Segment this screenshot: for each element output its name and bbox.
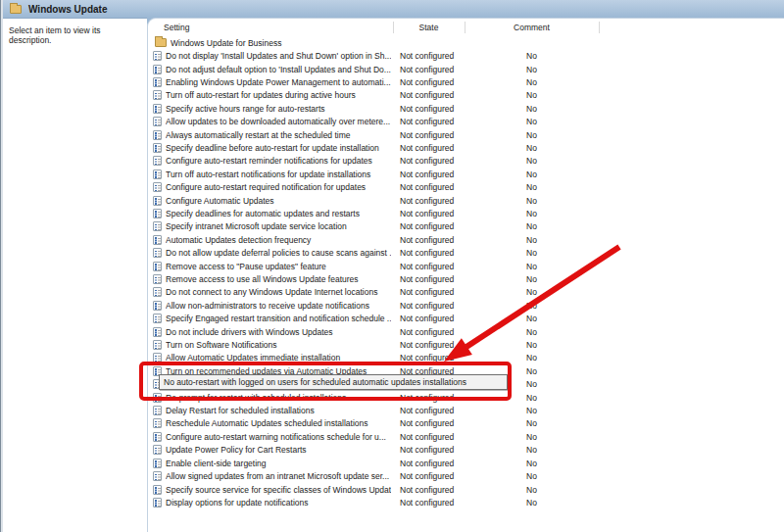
table-row[interactable]: Automatic Updates detection frequency No… xyxy=(148,233,784,246)
policy-icon xyxy=(153,90,162,100)
setting-name: Allow signed updates from an intranet Mi… xyxy=(166,471,391,481)
policy-icon xyxy=(153,262,162,271)
state-value: Not configured xyxy=(400,235,454,245)
policy-icon xyxy=(153,209,162,218)
state-value: Not configured xyxy=(400,196,454,206)
state-value: Not configured xyxy=(400,65,454,74)
setting-name: Do not include drivers with Windows Upda… xyxy=(166,327,391,337)
table-row[interactable]: Allow updates to be downloaded automatic… xyxy=(148,115,784,127)
column-header-state[interactable]: State xyxy=(393,19,465,36)
comment-value: No xyxy=(465,340,599,350)
table-row[interactable]: Configure auto-restart reminder notifica… xyxy=(148,155,784,168)
table-row[interactable]: Allow non-administrators to receive upda… xyxy=(148,299,784,312)
table-row[interactable]: Do not adjust default option to 'Install… xyxy=(148,63,784,75)
setting-name: Remove access to "Pause updates" feature xyxy=(166,262,391,271)
table-row[interactable]: Configure auto-restart warning notificat… xyxy=(148,430,784,443)
comment-value: No xyxy=(465,235,599,245)
setting-name: Do not adjust default option to 'Install… xyxy=(166,65,391,74)
comment-value: No xyxy=(465,274,599,284)
policy-icon xyxy=(153,156,162,166)
comment-value: No xyxy=(465,65,599,74)
table-row[interactable]: Reschedule Automatic Updates scheduled i… xyxy=(148,417,784,430)
column-header-comment[interactable]: Comment xyxy=(465,19,599,36)
state-value: Not configured xyxy=(400,393,454,403)
setting-name: Re-prompt for restart with scheduled ins… xyxy=(166,393,391,403)
policy-tooltip: No auto-restart with logged on users for… xyxy=(159,374,508,390)
table-row[interactable]: Turn off auto-restart for updates during… xyxy=(148,89,784,102)
table-row[interactable]: Configure Automatic Updates Not configur… xyxy=(148,194,784,207)
pane-title: Windows Update xyxy=(28,4,107,15)
comment-value: No xyxy=(465,418,599,428)
table-row[interactable]: Specify intranet Microsoft update servic… xyxy=(148,220,784,233)
table-row[interactable]: Remove access to "Pause updates" feature… xyxy=(148,260,784,272)
table-row[interactable]: Configure auto-restart required notifica… xyxy=(148,180,784,193)
table-row[interactable]: Do not connect to any Windows Update Int… xyxy=(148,286,784,299)
comment-value: No xyxy=(465,248,599,258)
table-row[interactable]: Specify active hours range for auto-rest… xyxy=(148,102,784,115)
table-row[interactable]: Delay Restart for scheduled installation… xyxy=(148,404,784,416)
setting-name: Do not allow update deferral policies to… xyxy=(166,248,391,258)
table-row[interactable]: Always automatically restart at the sche… xyxy=(148,128,784,141)
table-row[interactable]: Specify Engaged restart transition and n… xyxy=(148,313,784,325)
table-row[interactable]: Re-prompt for restart with scheduled ins… xyxy=(148,391,784,404)
table-row[interactable]: Allow signed updates from an intranet Mi… xyxy=(148,469,784,482)
setting-name: Remove access to use all Windows Update … xyxy=(166,274,391,284)
comment-value: No xyxy=(465,327,599,337)
comment-value: No xyxy=(465,156,599,166)
comment-value: No xyxy=(465,209,599,218)
table-row[interactable]: Specify deadline before auto-restart for… xyxy=(148,141,784,154)
policy-icon xyxy=(153,393,162,403)
comment-value: No xyxy=(465,262,599,271)
policy-icon xyxy=(153,169,162,179)
comment-value: No xyxy=(465,182,599,192)
comment-value: No xyxy=(465,406,599,415)
comment-value: No xyxy=(465,459,599,468)
setting-name: Configure Automatic Updates xyxy=(166,196,391,206)
comment-value: No xyxy=(465,51,599,61)
state-value: Not configured xyxy=(400,327,454,337)
setting-name: Specify deadline before auto-restart for… xyxy=(166,143,391,153)
state-value: Not configured xyxy=(400,287,454,297)
table-row[interactable]: Turn off auto-restart notifications for … xyxy=(148,168,784,180)
policy-icon xyxy=(153,459,162,468)
policy-icon xyxy=(153,274,162,284)
column-header-setting[interactable]: Setting xyxy=(164,19,189,36)
table-row[interactable]: Specify deadlines for automatic updates … xyxy=(148,207,784,219)
description-text: Select an item to view its description. xyxy=(3,19,147,45)
state-value: Not configured xyxy=(400,169,454,179)
policy-icon xyxy=(153,327,162,337)
state-value: Not configured xyxy=(400,314,454,323)
setting-name: Always automatically restart at the sche… xyxy=(166,130,391,140)
table-row-folder[interactable]: Windows Update for Business xyxy=(148,36,784,49)
table-row[interactable]: Remove access to use all Windows Update … xyxy=(148,272,784,285)
state-value: Not configured xyxy=(400,471,454,481)
setting-name: Specify Engaged restart transition and n… xyxy=(166,314,391,323)
setting-name: Do not display 'Install Updates and Shut… xyxy=(166,51,391,61)
setting-name: Allow updates to be downloaded automatic… xyxy=(166,117,391,126)
comment-value: No xyxy=(465,301,599,311)
table-row[interactable]: Do not display 'Install Updates and Shut… xyxy=(148,49,784,62)
column-separator xyxy=(393,22,394,33)
state-value: Not configured xyxy=(400,104,454,114)
state-value: Not configured xyxy=(400,262,454,271)
table-row[interactable]: Do not allow update deferral policies to… xyxy=(148,247,784,260)
setting-name: Update Power Policy for Cart Restarts xyxy=(166,445,391,455)
table-row[interactable]: Allow Automatic Updates immediate instal… xyxy=(148,352,784,364)
state-value: Not configured xyxy=(400,90,454,100)
policy-icon xyxy=(153,196,162,206)
table-row[interactable]: Update Power Policy for Cart Restarts No… xyxy=(148,444,784,457)
table-row[interactable]: Turn on Software Notifications Not confi… xyxy=(148,338,784,351)
table-row[interactable]: Enable client-side targeting Not configu… xyxy=(148,457,784,469)
state-value: Not configured xyxy=(400,221,454,231)
state-value: Not configured xyxy=(400,353,454,363)
state-value: Not configured xyxy=(400,182,454,192)
policy-icon xyxy=(153,301,162,311)
policy-icon xyxy=(153,471,162,481)
state-value: Not configured xyxy=(400,274,454,284)
table-row[interactable]: Do not include drivers with Windows Upda… xyxy=(148,325,784,338)
table-row[interactable]: Display options for update notifications… xyxy=(148,496,784,508)
folder-icon xyxy=(10,5,22,14)
state-value: Not configured xyxy=(400,445,454,455)
table-row[interactable]: Enabling Windows Update Power Management… xyxy=(148,75,784,88)
table-row[interactable]: Specify source service for specific clas… xyxy=(148,483,784,496)
